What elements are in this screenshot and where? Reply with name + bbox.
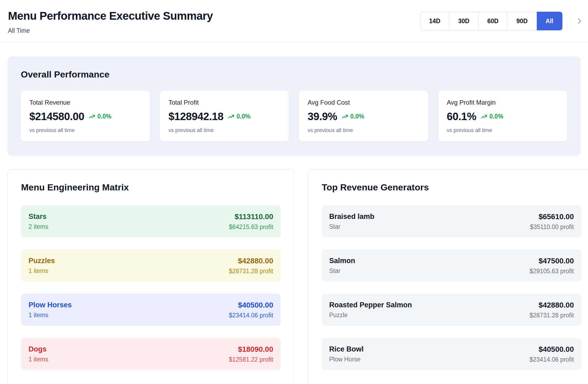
kpi-comparison-label: vs previous all time <box>168 127 280 133</box>
kpi-trend: 0.0% <box>341 113 364 120</box>
top-revenue-row: Rice Bowl Plow Horse $40500.00 $23414.06… <box>322 338 581 370</box>
chevron-right-icon[interactable] <box>575 16 584 26</box>
kpi-card-avg-profit-margin: Avg Profit Margin 60.1% 0.0% vs previous… <box>438 91 567 141</box>
profit-value: $35110.00 profit <box>530 223 574 231</box>
kpi-label: Total Profit <box>168 99 280 106</box>
item-count: 1 items <box>29 267 55 275</box>
header-titles: Menu Performance Executive Summary All T… <box>8 10 213 34</box>
trend-up-icon <box>88 113 95 120</box>
dish-category: Star <box>329 223 374 230</box>
menu-engineering-matrix-card: Menu Engineering Matrix Stars 2 items $1… <box>7 169 294 384</box>
category-label: Puzzles <box>29 256 55 265</box>
revenue-value: $42880.00 <box>530 300 574 310</box>
kpi-card-total-revenue: Total Revenue $214580.00 0.0% vs previou… <box>21 91 150 141</box>
top-revenue-row: Braised lamb Star $65610.00 $35110.00 pr… <box>322 205 581 237</box>
profit-value: $64215.63 profit <box>229 223 273 231</box>
kpi-trend: 0.0% <box>88 113 111 120</box>
matrix-row-stars: Stars 2 items $113110.00 $64215.63 profi… <box>21 205 281 237</box>
time-range-90d-button[interactable]: 90D <box>508 12 537 30</box>
kpi-comparison-label: vs previous all time <box>29 127 141 133</box>
kpi-value: 39.9% <box>308 111 337 122</box>
profit-value: $28731.28 profit <box>229 268 273 275</box>
dish-name: Braised lamb <box>329 212 374 221</box>
kpi-value: $128942.18 <box>168 111 223 122</box>
revenue-value: $40500.00 <box>530 345 574 354</box>
lower-section: Menu Engineering Matrix Stars 2 items $1… <box>7 169 581 384</box>
dish-category: Star <box>329 267 355 275</box>
time-range-14d-button[interactable]: 14D <box>420 12 449 30</box>
kpi-comparison-label: vs previous all time <box>308 127 420 133</box>
item-count: 1 items <box>29 356 48 363</box>
overall-performance-panel: Overall Performance Total Revenue $21458… <box>7 56 581 156</box>
revenue-value: $113110.00 <box>229 212 273 221</box>
kpi-card-avg-food-cost: Avg Food Cost 39.9% 0.0% vs previous all… <box>299 91 428 141</box>
revenue-value: $40500.00 <box>229 300 273 310</box>
kpi-value: 60.1% <box>447 111 476 122</box>
matrix-row-dogs: Dogs 1 items $18090.00 $12581.22 profit <box>21 338 281 370</box>
revenue-value: $65610.00 <box>530 212 574 221</box>
time-range-60d-button[interactable]: 60D <box>478 12 508 30</box>
profit-value: $23414.06 profit <box>229 312 273 319</box>
time-range-all-button[interactable]: All <box>537 12 562 30</box>
category-label: Dogs <box>29 345 48 354</box>
kpi-label: Avg Profit Margin <box>447 99 559 106</box>
top-revenue-row: Roasted Pepper Salmon Puzzle $42880.00 $… <box>322 294 581 326</box>
top-revenue-generators-card: Top Revenue Generators Braised lamb Star… <box>308 169 588 384</box>
dish-name: Roasted Pepper Salmon <box>329 301 412 310</box>
revenue-value: $42880.00 <box>229 256 273 265</box>
profit-value: $29105.63 profit <box>530 268 574 275</box>
category-label: Plow Horses <box>29 301 72 310</box>
matrix-row-plow-horses: Plow Horses 1 items $40500.00 $23414.06 … <box>21 294 281 326</box>
menu-engineering-matrix-heading: Menu Engineering Matrix <box>21 182 281 193</box>
time-range-controls: 14D 30D 60D 90D All <box>420 12 584 30</box>
revenue-value: $18090.00 <box>229 345 273 354</box>
category-label: Stars <box>29 212 48 221</box>
kpi-label: Total Revenue <box>29 99 141 106</box>
revenue-value: $47500.00 <box>530 256 574 265</box>
kpi-label: Avg Food Cost <box>308 99 420 106</box>
page-title: Menu Performance Executive Summary <box>8 10 213 22</box>
top-revenue-row: Salmon Star $47500.00 $29105.63 profit <box>322 250 581 281</box>
kpi-row: Total Revenue $214580.00 0.0% vs previou… <box>21 91 567 141</box>
top-revenue-generators-heading: Top Revenue Generators <box>322 182 581 193</box>
time-range-subtitle: All Time <box>8 27 213 34</box>
trend-up-icon <box>341 113 348 120</box>
page-header: Menu Performance Executive Summary All T… <box>0 0 588 43</box>
time-range-segmented-control: 14D 30D 60D 90D All <box>420 12 562 30</box>
kpi-trend: 0.0% <box>228 113 250 120</box>
dish-category: Plow Horse <box>329 356 364 363</box>
dish-name: Rice Bowl <box>329 345 364 354</box>
item-count: 1 items <box>29 312 72 319</box>
kpi-card-total-profit: Total Profit $128942.18 0.0% vs previous… <box>160 91 289 141</box>
kpi-comparison-label: vs previous all time <box>447 127 559 133</box>
item-count: 2 items <box>29 223 48 230</box>
profit-value: $12581.22 profit <box>229 356 273 363</box>
profit-value: $23414.06 profit <box>530 356 574 363</box>
trend-up-icon <box>228 113 235 120</box>
time-range-30d-button[interactable]: 30D <box>449 12 478 30</box>
dish-name: Salmon <box>329 256 355 265</box>
dish-category: Puzzle <box>329 312 412 319</box>
matrix-row-puzzles: Puzzles 1 items $42880.00 $28731.28 prof… <box>21 250 281 281</box>
trend-up-icon <box>481 113 488 120</box>
overall-performance-heading: Overall Performance <box>21 69 567 80</box>
kpi-value: $214580.00 <box>29 111 84 122</box>
kpi-trend: 0.0% <box>481 113 503 120</box>
profit-value: $28731.28 profit <box>530 312 574 319</box>
